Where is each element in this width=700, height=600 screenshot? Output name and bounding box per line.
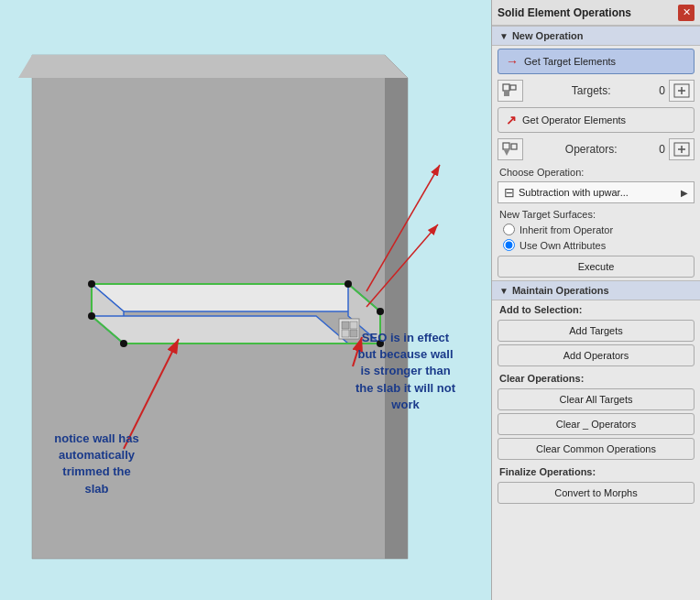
svg-marker-3 [18,55,408,78]
operation-selector[interactable]: ⊟ Subtraction with upwar... ▶ [498,181,695,203]
svg-point-10 [345,280,352,288]
operators-label: Operators: [527,143,655,156]
get-target-arrow-icon: → [506,54,519,69]
use-own-attributes-radio[interactable] [503,239,515,251]
new-operation-arrow: ▼ [499,31,509,41]
maintain-operations-label: Maintain Operations [512,285,609,296]
new-target-surfaces-label: New Target Surfaces: [492,205,700,222]
target-action-icon[interactable] [669,80,695,102]
clear-common-operations-button[interactable]: Clear Common Operations [498,438,695,460]
add-operators-button[interactable]: Add Operators [498,344,695,366]
convert-to-morphs-button[interactable]: Convert to Morphs [498,482,695,504]
close-button[interactable]: ✕ [678,5,695,21]
svg-rect-27 [504,91,509,96]
get-operator-label: Get Operator Elements [522,115,626,125]
targets-label: Targets: [527,84,655,97]
svg-rect-16 [342,322,349,329]
clear-all-targets-button[interactable]: Clear All Targets [498,388,695,410]
svg-marker-7 [92,316,348,344]
get-operator-elements-button[interactable]: ↗ Get Operator Elements [498,107,695,133]
svg-marker-4 [92,284,380,311]
new-operation-header: ▼ New Operation [492,26,700,46]
clear-all-operators-button[interactable]: Clear _ Operators [498,413,695,435]
svg-rect-17 [350,322,357,329]
maintain-operations-header: ▼ Maintain Operations [492,280,700,300]
execute-button[interactable]: Execute [498,256,695,278]
add-to-selection-label: Add to Selection: [492,300,700,317]
svg-point-13 [120,340,127,347]
panel-title: Solid Element Operations [498,6,631,19]
operator-icon [498,138,523,160]
inherit-from-operator-radio-row: Inherit from Operator [492,222,700,237]
clear-operations-label: Clear Operations: [492,369,700,386]
inherit-from-operator-radio[interactable] [503,224,515,235]
svg-point-9 [88,280,95,288]
use-own-attributes-label: Use Own Attributes [520,240,606,251]
target-icon [498,80,523,102]
svg-marker-2 [385,55,408,559]
solid-element-operations-panel: Solid Element Operations ✕ ▼ New Operati… [491,0,700,600]
inherit-from-operator-label: Inherit from Operator [520,224,613,235]
operation-value: Subtraction with upwar... [519,187,677,198]
operators-count: 0 [659,143,665,156]
scene-svg [0,0,491,600]
get-operator-arrow-icon: ↗ [506,113,517,127]
targets-row: Targets: 0 [492,77,700,104]
svg-rect-26 [503,84,509,91]
panel-title-bar: Solid Element Operations ✕ [492,0,700,26]
operation-dropdown-arrow-icon: ▶ [681,188,688,198]
operator-action-icon[interactable] [669,138,695,160]
svg-rect-34 [511,144,517,149]
svg-rect-28 [510,85,516,90]
svg-point-11 [377,308,384,315]
svg-marker-33 [504,150,509,156]
wall-annotation: notice wall has automatically trimmed th… [26,431,168,497]
get-target-label: Get Target Elements [524,56,616,67]
get-target-elements-button[interactable]: → Get Target Elements [498,49,695,74]
svg-point-14 [88,312,95,320]
choose-operation-label: Choose Operation: [492,163,700,180]
operation-icon: ⊟ [504,185,515,200]
new-operation-label: New Operation [512,30,584,41]
targets-count: 0 [659,84,665,97]
operators-row: Operators: 0 [492,136,700,163]
maintain-operations-arrow: ▼ [499,286,509,296]
finalize-operations-label: Finalize Operations: [492,463,700,479]
add-targets-button[interactable]: Add Targets [498,320,695,342]
3d-viewport: notice wall has automatically trimmed th… [0,0,491,600]
svg-rect-32 [503,143,509,149]
seo-annotation: SEO is in effect but because wall is str… [325,330,486,413]
use-own-attributes-radio-row: Use Own Attributes [492,237,700,253]
